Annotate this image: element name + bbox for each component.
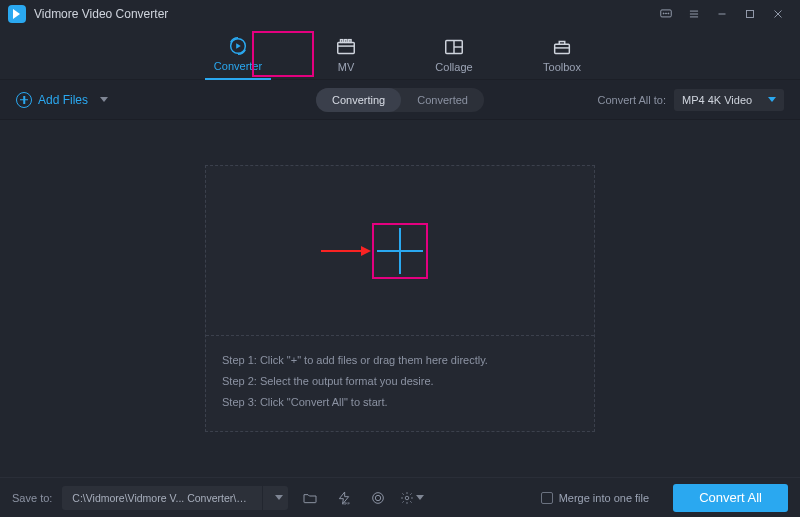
app-title: Vidmore Video Converter [34,7,168,21]
annotation-arrow [321,246,371,256]
high-speed-button[interactable] [366,486,390,510]
merge-into-one-file[interactable]: Merge into one file [541,492,650,504]
collage-icon [443,37,465,57]
svg-point-1 [663,13,664,14]
sub-tabs: Converting Converted [316,88,484,112]
convert-all-to-label: Convert All to: [598,94,666,106]
toolbar: Add Files Converting Converted Convert A… [0,80,800,120]
converter-icon [227,36,249,56]
chevron-down-icon [768,97,776,102]
mv-icon [335,37,357,57]
tab-mv-label: MV [338,61,355,73]
drop-zone[interactable] [206,166,594,336]
open-folder-button[interactable] [298,486,322,510]
subtab-converting[interactable]: Converting [316,88,401,112]
drop-panel: Step 1: Click "+" to add files or drag t… [205,165,595,432]
chevron-down-icon [275,495,283,500]
tab-collage[interactable]: Collage [421,37,487,79]
tab-toolbox-label: Toolbox [543,61,581,73]
svg-rect-8 [747,11,754,18]
tab-toolbox[interactable]: Toolbox [529,37,595,79]
merge-checkbox[interactable] [541,492,553,504]
svg-point-24 [376,495,381,500]
svg-text:OFF: OFF [342,500,351,505]
instruction-step-1: Step 1: Click "+" to add files or drag t… [222,350,578,371]
output-format-value: MP4 4K Video [682,94,752,106]
toolbox-icon [551,37,573,57]
convert-all-to: Convert All to: MP4 4K Video [598,89,784,111]
svg-rect-12 [338,42,355,53]
save-path-box: C:\Vidmore\Vidmore V... Converter\Conver… [62,486,288,510]
svg-rect-20 [555,44,570,53]
instruction-step-3: Step 3: Click "Convert All" to start. [222,392,578,413]
main-tabs: Converter MV Collage Toolbox [0,28,800,80]
tab-converter-label: Converter [214,60,262,72]
svg-rect-16 [349,40,351,43]
instruction-step-2: Step 2: Select the output format you des… [222,371,578,392]
output-format-select[interactable]: MP4 4K Video [674,89,784,111]
close-button[interactable] [764,0,792,28]
tab-mv[interactable]: MV [313,37,379,79]
app-logo-icon [8,5,26,23]
tab-collage-label: Collage [435,61,472,73]
svg-rect-14 [341,40,343,43]
convert-all-button[interactable]: Convert All [673,484,788,512]
titlebar: Vidmore Video Converter [0,0,800,28]
menu-icon[interactable] [680,0,708,28]
svg-point-23 [373,492,384,503]
bottom-bar: Save to: C:\Vidmore\Vidmore V... Convert… [0,477,800,517]
add-files-button[interactable]: Add Files [16,92,108,108]
tab-converter[interactable]: Converter [205,36,271,80]
maximize-button[interactable] [736,0,764,28]
hardware-accel-button[interactable]: OFF [332,486,356,510]
merge-label: Merge into one file [559,492,650,504]
workspace: Step 1: Click "+" to add files or drag t… [0,120,800,477]
save-path-dropdown[interactable] [262,486,288,510]
feedback-icon[interactable] [652,0,680,28]
instructions: Step 1: Click "+" to add files or drag t… [206,336,594,431]
chevron-down-icon [100,97,108,102]
subtab-converted[interactable]: Converted [401,88,484,112]
svg-point-2 [666,13,667,14]
settings-button[interactable] [400,486,424,510]
highlight-add-plus [372,223,428,279]
add-files-label: Add Files [38,93,88,107]
chevron-down-icon [416,495,424,500]
plus-circle-icon [16,92,32,108]
svg-point-25 [406,496,410,500]
save-to-label: Save to: [12,492,52,504]
svg-rect-15 [345,40,347,43]
svg-point-3 [668,13,669,14]
save-path-value[interactable]: C:\Vidmore\Vidmore V... Converter\Conver… [62,492,262,504]
minimize-button[interactable] [708,0,736,28]
